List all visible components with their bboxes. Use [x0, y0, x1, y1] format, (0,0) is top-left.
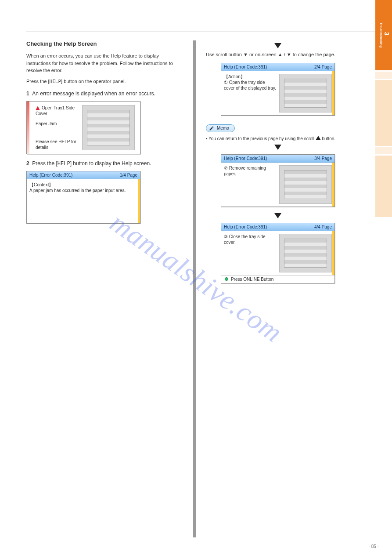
help-button-ref: HELP: [58, 160, 70, 167]
context-text: A paper jam has occurred in the paper in…: [29, 188, 137, 193]
help-panel-3of4: Help (Error Code:391) 3/4 Page ② Remove …: [221, 154, 335, 207]
help-title: Help (Error Code:391): [224, 225, 267, 229]
tab-spacer: [375, 72, 392, 79]
step-number-2: 2 Press the [HELP] button to display the…: [26, 160, 184, 167]
intro-text-2: Press the [HELP] button on the operator …: [26, 78, 184, 86]
help-panel-2of4: Help (Error Code:391) 2/4 Page 【Action】 …: [221, 63, 335, 116]
action-label: 【Action】: [224, 74, 277, 80]
action-text: ③ Close the tray side cover.: [224, 234, 277, 245]
frag: Use scroll button: [206, 52, 243, 57]
chapter-tab-active[interactable]: 3 Troubleshooting: [375, 0, 392, 70]
right-column: Use scroll button ▼ or on-screen ▲ / ▼ t…: [203, 40, 352, 537]
tab-spacer: [375, 147, 392, 154]
section-heading: Checking the Help Screen: [26, 40, 184, 47]
intro-text-1: When an error occurs, you can use the He…: [26, 52, 184, 74]
memo-badge: Memo: [206, 124, 235, 132]
intro-text-frag: ] button on the operator panel.: [61, 79, 126, 84]
step-number-1: 1 An error message is displayed when an …: [26, 91, 184, 97]
tab-label: Troubleshooting: [379, 22, 383, 47]
scroll-indicator-icon: [332, 231, 334, 275]
help-page-indicator: 4/4 Page: [314, 225, 332, 229]
printer-illustration: [279, 74, 332, 112]
pencil-icon: [209, 126, 214, 131]
scroll-indicator-icon: [138, 179, 140, 223]
header-rule: [26, 32, 379, 32]
action-text: ② Remove remaining paper.: [224, 165, 277, 177]
online-led-icon: [225, 277, 228, 281]
left-column: Checking the Help Screen When an error o…: [26, 40, 184, 537]
help-panel-1of4: Help (Error Code:391) 1/4 Page 【Context】…: [26, 171, 140, 224]
footer-text: Press ONLINE Button: [231, 277, 273, 282]
arrow-up-icon: [316, 136, 321, 140]
warning-icon: [36, 106, 40, 110]
scroll-indicator-icon: [332, 71, 334, 115]
step-num: 2: [26, 160, 29, 167]
frag: or on-screen: [248, 52, 278, 57]
frag: button.: [321, 136, 335, 141]
frag: You can return to the previous page by u…: [209, 136, 316, 141]
printer-panel-error: Open Tray1 Side Cover Paper Jam Please s…: [26, 101, 140, 154]
page-number: - 85 -: [369, 544, 379, 549]
help-panel-4of4: Help (Error Code:391) 4/4 Page ③ Close t…: [221, 223, 335, 283]
column-divider: [193, 40, 196, 537]
scroll-instruction: Use scroll button ▼ or on-screen ▲ / ▼ t…: [206, 51, 350, 58]
action-text: ① Open the tray side cover of the displa…: [224, 80, 277, 91]
frag: to change the page.: [291, 52, 335, 57]
panel1-line3: Please see HELP for details: [36, 139, 79, 150]
chapter-tab-1[interactable]: [375, 156, 392, 217]
arrow-down-icon: [274, 213, 281, 218]
help-page-indicator: 2/4 Page: [314, 65, 332, 69]
context-label: 【Context】: [29, 182, 137, 188]
memo-label: Memo: [217, 126, 229, 131]
help-page-indicator: 1/4 Page: [120, 173, 137, 178]
intro-text-frag: Press the [: [26, 79, 50, 84]
step-1-text: An error message is displayed when an er…: [32, 91, 155, 97]
arrow-down-icon: [274, 43, 281, 48]
printer-illustration: [279, 234, 332, 272]
chapter-tab-2[interactable]: [375, 80, 392, 146]
printer-illustration: [82, 105, 135, 150]
help-button-ref: HELP: [50, 79, 61, 84]
step-2-text: Press the [HELP] button to display the H…: [32, 160, 151, 167]
chapter-tabs: 3 Troubleshooting: [375, 0, 392, 218]
step-num: 1: [26, 91, 29, 97]
help-title: Help (Error Code:391): [224, 156, 267, 161]
memo-text: • You can return to the previous page by…: [206, 136, 350, 142]
arrow-down-icon: [274, 145, 281, 150]
scroll-indicator-icon: [332, 163, 334, 207]
tab-number: 3: [383, 4, 390, 64]
help-page-indicator: 3/4 Page: [314, 156, 332, 161]
help-title: Help (Error Code:391): [224, 65, 267, 69]
frag: Press the [: [32, 160, 57, 167]
help-title: Help (Error Code:391): [29, 173, 72, 178]
panel1-line2: Paper Jam: [36, 121, 79, 127]
alert-bar-icon: [27, 102, 29, 154]
panel1-line1: Open Tray1 Side Cover: [36, 105, 75, 116]
printer-illustration: [279, 165, 332, 204]
frag: ] button to display the Help screen.: [70, 160, 151, 167]
